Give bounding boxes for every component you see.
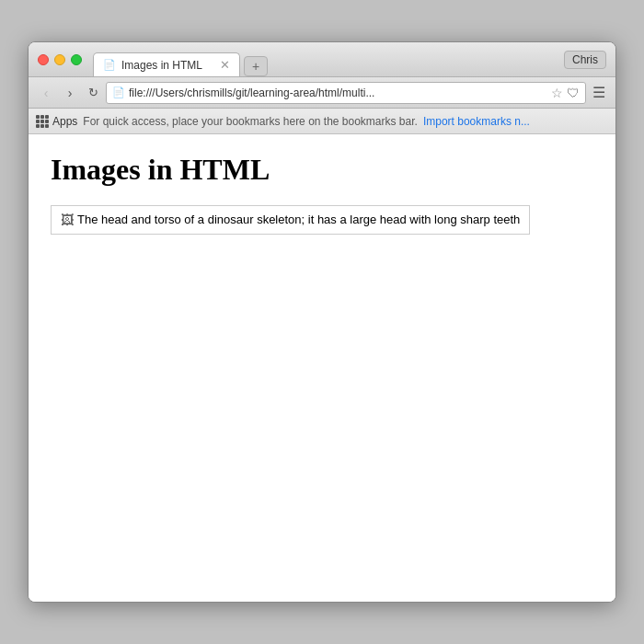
import-bookmarks-link[interactable]: Import bookmarks n... [423,115,530,128]
apps-label: Apps [52,115,77,128]
refresh-icon: ↻ [88,86,98,99]
address-bar[interactable]: 📄 file:///Users/chrismills/git/learning-… [106,82,586,104]
apps-button[interactable]: Apps [36,115,77,128]
refresh-button[interactable]: ↻ [84,84,102,102]
broken-image-container: 🖼 The head and torso of a dinosaur skele… [51,205,530,235]
broken-image-icon: 🖼 [61,213,74,227]
image-alt-text: The head and torso of a dinosaur skeleto… [77,212,520,228]
page-content: Images in HTML 🖼 The head and torso of a… [29,134,615,602]
nav-bar: ‹ › ↻ 📄 file:///Users/chrismills/git/lea… [29,77,615,109]
minimize-button[interactable] [54,54,65,65]
new-tab-button[interactable]: + [244,56,268,76]
tab-file-icon: 📄 [103,59,116,71]
user-badge: Chris [564,51,606,69]
title-bar: 📄 Images in HTML ✕ + Chris [29,42,615,77]
bookmarks-bar: Apps For quick access, place your bookma… [29,109,615,134]
menu-button[interactable]: ☰ [590,84,608,101]
forward-button[interactable]: › [60,83,80,103]
tab-close-button[interactable]: ✕ [220,58,230,72]
maximize-button[interactable] [71,54,82,65]
traffic-lights [38,54,82,65]
browser-window: 📄 Images in HTML ✕ + Chris ‹ › ↻ 📄 file:… [28,41,616,603]
bookmarks-message: For quick access, place your bookmarks h… [83,115,418,128]
hamburger-icon: ☰ [592,85,605,100]
bookmark-star-icon[interactable]: ☆ [551,86,563,100]
back-button[interactable]: ‹ [36,83,56,103]
apps-grid-icon [36,115,49,128]
address-file-icon: 📄 [112,86,125,98]
tab-area: 📄 Images in HTML ✕ + [93,42,268,76]
back-icon: ‹ [44,86,49,100]
page-title: Images in HTML [51,153,593,187]
tab-label: Images in HTML [121,59,202,72]
shield-icon[interactable]: 🛡 [567,86,580,100]
browser-tab[interactable]: 📄 Images in HTML ✕ [93,52,240,76]
forward-icon: › [68,86,73,100]
address-text: file:///Users/chrismills/git/learning-ar… [129,86,547,99]
close-button[interactable] [38,54,49,65]
